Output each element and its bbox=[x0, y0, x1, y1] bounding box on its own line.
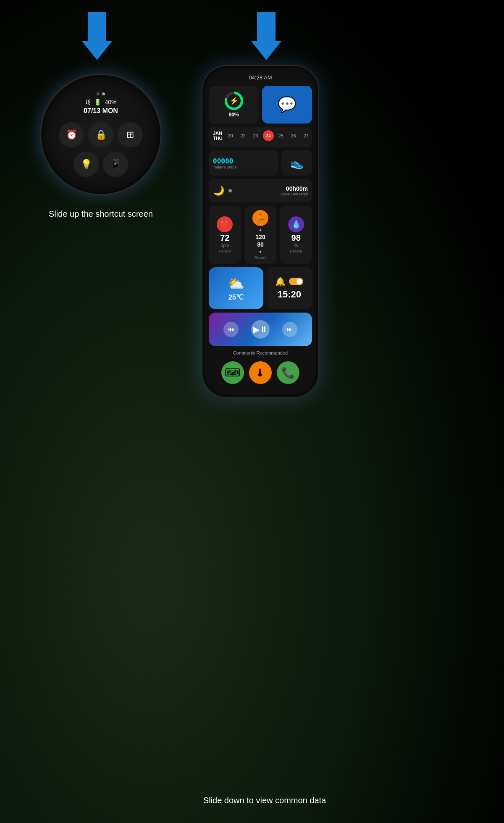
sleep-time: 00h00m bbox=[280, 185, 308, 192]
music-prev-button[interactable]: ⏮ bbox=[223, 322, 239, 337]
cal-date-24-active: 24 bbox=[263, 130, 274, 141]
watch-icons-bottom-row: 💡 📱 bbox=[74, 152, 128, 177]
calendar-month-day: JAN THU bbox=[213, 131, 223, 141]
connect-button[interactable]: 📱 bbox=[103, 152, 128, 177]
right-arrow bbox=[251, 12, 281, 60]
thermometer-icon-button[interactable]: 🌡 bbox=[249, 361, 272, 384]
bp-up-arrow: ▲ bbox=[258, 227, 262, 232]
steps-row: 00000 Today's Steps 👟 bbox=[209, 150, 312, 176]
alarm-card: 🔔 15:20 bbox=[267, 267, 312, 309]
weather-alarm-row: ⛅ 25℃ 🔔 15:20 bbox=[209, 267, 312, 309]
round-watch: ⛓ 🔋 40% 07/13 MON ⏰ 🔒 ⊞ 💡 📱 bbox=[40, 74, 162, 195]
sleep-dot-line bbox=[228, 189, 276, 192]
pill-time: 04:28 AM bbox=[209, 74, 312, 81]
grid-button[interactable]: ⊞ bbox=[118, 122, 143, 147]
blood-pressure-value: 120 80 bbox=[255, 233, 265, 248]
walking-card: 👟 bbox=[281, 150, 312, 176]
message-card[interactable]: 💬 bbox=[262, 86, 312, 124]
bulb-button[interactable]: 💡 bbox=[74, 152, 99, 177]
spo2-recent: Recent bbox=[290, 249, 302, 253]
alarm-top: 🔔 bbox=[275, 276, 303, 287]
recommended-icons: ⌨ 🌡 📞 bbox=[209, 360, 312, 387]
spo2-card: 💧 98 % Recent bbox=[280, 206, 312, 264]
cal-date-27: 27 bbox=[301, 130, 312, 141]
music-player-card: ⏮ ▶⏸ ⏭ bbox=[209, 313, 312, 346]
bp-down-arrow: ▼ bbox=[258, 250, 262, 254]
steps-label: Today's Steps bbox=[213, 165, 236, 169]
phone-icon-button[interactable]: 📞 bbox=[277, 361, 299, 384]
link-icon: ⛓ bbox=[85, 99, 91, 105]
spo2-value: 98 bbox=[291, 234, 301, 242]
heart-rate-card: ❤️ 72 bpm Recent bbox=[209, 206, 241, 264]
caption-right: Slide down to view common data bbox=[185, 796, 344, 805]
cal-date-23: 23 bbox=[250, 130, 261, 141]
watch-icons-top-row: ⏰ 🔒 ⊞ bbox=[59, 122, 143, 147]
cal-date-20: 20 bbox=[225, 130, 236, 141]
heart-rate-recent: Recent bbox=[219, 249, 231, 253]
calendar-card: JAN THU 20 22 23 24 25 26 27 bbox=[209, 127, 312, 147]
message-icon: 💬 bbox=[278, 96, 297, 113]
battery-percentage: 40% bbox=[105, 99, 116, 105]
main-content: ⛓ 🔋 40% 07/13 MON ⏰ 🔒 ⊞ 💡 📱 Sli bbox=[0, 0, 504, 823]
watch-status: ⛓ 🔋 40% bbox=[85, 99, 116, 105]
alarm-bell-icon: 🔔 bbox=[275, 276, 286, 287]
next-icon: ⏭ bbox=[286, 326, 293, 333]
sleep-dot bbox=[228, 189, 232, 192]
caption-left: Slide up the shortcut screen bbox=[40, 209, 162, 219]
battery-message-row: 80% 💬 bbox=[209, 86, 312, 124]
calendar-header: JAN THU 20 22 23 24 25 26 27 bbox=[213, 130, 308, 141]
connect-icon: 📱 bbox=[110, 159, 121, 170]
steps-card: 00000 Today's Steps bbox=[209, 150, 278, 176]
battery-percent: 80% bbox=[228, 112, 239, 118]
lock-icon: 🔒 bbox=[95, 129, 107, 140]
dot-active bbox=[102, 92, 105, 95]
watch-date: 07/13 MON bbox=[84, 107, 118, 115]
pill-watch: 04:28 AM 80% 💬 JAN THU 20 bbox=[202, 65, 319, 398]
sleep-line bbox=[232, 191, 276, 191]
play-pause-icon: ▶⏸ bbox=[253, 324, 268, 334]
alarm-time: 15:20 bbox=[278, 289, 301, 300]
battery-icon: 🔋 bbox=[94, 99, 101, 105]
steps-number: 00000 bbox=[213, 157, 233, 165]
battery-inner bbox=[227, 94, 241, 108]
weather-temp: 25℃ bbox=[228, 293, 244, 301]
cal-date-25: 25 bbox=[276, 130, 286, 141]
heart-icon: ❤️ bbox=[217, 216, 233, 232]
calendar-dates: 20 22 23 24 25 26 27 bbox=[225, 130, 312, 141]
battery-ring bbox=[225, 92, 243, 110]
sleep-row: 🌙 00h00m Sleep Last Night bbox=[209, 179, 312, 202]
walking-icon: 👟 bbox=[290, 157, 304, 170]
heart-rate-unit: bpm bbox=[221, 243, 229, 248]
music-next-button[interactable]: ⏭ bbox=[282, 322, 297, 337]
sleep-icon: 🌙 bbox=[213, 185, 224, 196]
recommended-label: Commonly Recommended bbox=[209, 350, 312, 356]
prev-icon: ⏮ bbox=[228, 326, 234, 333]
spo2-unit: % bbox=[294, 243, 298, 248]
weather-icon: ⛅ bbox=[228, 276, 244, 292]
cal-date-26: 26 bbox=[288, 130, 299, 141]
blood-pressure-card: 🏃 ▲ 120 80 ▼ Recent bbox=[244, 206, 277, 264]
left-arrow bbox=[82, 12, 112, 60]
sleep-label: Sleep Last Night bbox=[280, 192, 308, 196]
lock-button[interactable]: 🔒 bbox=[88, 122, 113, 147]
keyboard-icon-button[interactable]: ⌨ bbox=[221, 361, 244, 384]
battery-card: 80% bbox=[209, 86, 259, 124]
spo2-icon: 💧 bbox=[288, 216, 304, 232]
health-row: ❤️ 72 bpm Recent 🏃 ▲ 120 80 ▼ Recent 💧 9… bbox=[209, 206, 312, 264]
grid-icon: ⊞ bbox=[126, 129, 134, 140]
bp-recent: Recent bbox=[255, 255, 267, 260]
alarm-toggle[interactable] bbox=[289, 278, 303, 285]
activity-icon: 🏃 bbox=[252, 210, 268, 226]
sleep-time-block: 00h00m Sleep Last Night bbox=[280, 185, 308, 196]
bulb-icon: 💡 bbox=[81, 159, 92, 170]
alarm-icon: ⏰ bbox=[66, 129, 77, 140]
music-play-pause-button[interactable]: ▶⏸ bbox=[251, 320, 270, 339]
watch-dots bbox=[97, 92, 105, 95]
dot-inactive bbox=[97, 92, 100, 95]
weather-card: ⛅ 25℃ bbox=[209, 267, 263, 309]
heart-rate-value: 72 bbox=[220, 234, 229, 242]
cal-date-22: 22 bbox=[238, 130, 249, 141]
alarm-button[interactable]: ⏰ bbox=[59, 122, 84, 147]
